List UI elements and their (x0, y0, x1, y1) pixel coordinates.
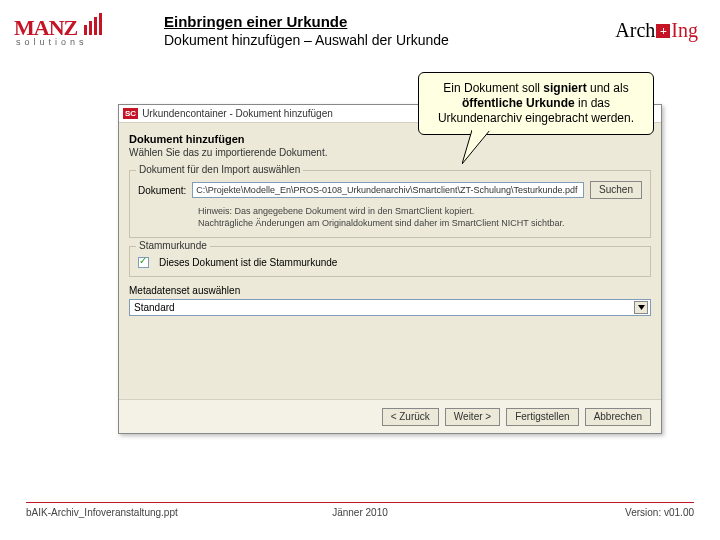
sc-badge-icon: SC (123, 108, 138, 119)
chevron-down-icon[interactable] (634, 301, 648, 314)
svg-marker-2 (638, 305, 645, 310)
arching-logo: Arch+Ing (588, 19, 698, 42)
finish-button[interactable]: Fertigstellen (506, 408, 578, 426)
group-stamm-legend: Stammurkunde (136, 240, 210, 251)
browse-button[interactable]: Suchen (590, 181, 642, 199)
add-document-dialog: SC Urkundencontainer - Dokument hinzufüg… (118, 104, 662, 434)
group-import-legend: Dokument für den Import auswählen (136, 164, 303, 175)
page-title: Einbringen einer Urkunde (164, 13, 588, 30)
metadatenset-select[interactable]: Standard (129, 299, 651, 316)
group-stammurkunde: Stammurkunde Dieses Dokument ist die Sta… (129, 246, 651, 277)
back-button[interactable]: < Zurück (382, 408, 439, 426)
stammurkunde-label: Dieses Dokument ist die Stammurkunde (159, 257, 337, 268)
metadatenset-value: Standard (134, 302, 175, 313)
next-button[interactable]: Weiter > (445, 408, 500, 426)
dialog-intro: Wählen Sie das zu importierende Dokument… (129, 147, 651, 158)
group-import: Dokument für den Import auswählen Dokume… (129, 170, 651, 238)
group-metadatenset: Metadatenset auswählen Standard (129, 285, 651, 316)
document-label: Dokument: (138, 185, 186, 196)
stammurkunde-checkbox[interactable] (138, 257, 149, 268)
manz-logo: MANZ solutions (14, 10, 144, 50)
group-set-legend: Metadatenset auswählen (129, 285, 651, 296)
footer-date: Jänner 2010 (26, 507, 694, 518)
dialog-title: Urkundencontainer - Dokument hinzufügen (142, 108, 333, 119)
svg-marker-0 (462, 130, 490, 164)
document-path-input[interactable]: C:\Projekte\Modelle_En\PROS-0108_Urkunde… (192, 182, 584, 198)
callout-bubble: Ein Dokument soll signiert und als öffen… (418, 72, 654, 135)
import-hint-2: Nachträgliche Änderungen am Originaldoku… (198, 217, 642, 229)
import-hint-1: Hinweis: Das angegebene Dokument wird in… (198, 205, 642, 217)
cancel-button[interactable]: Abbrechen (585, 408, 651, 426)
page-subtitle: Dokument hinzufügen – Auswahl der Urkund… (164, 32, 588, 48)
